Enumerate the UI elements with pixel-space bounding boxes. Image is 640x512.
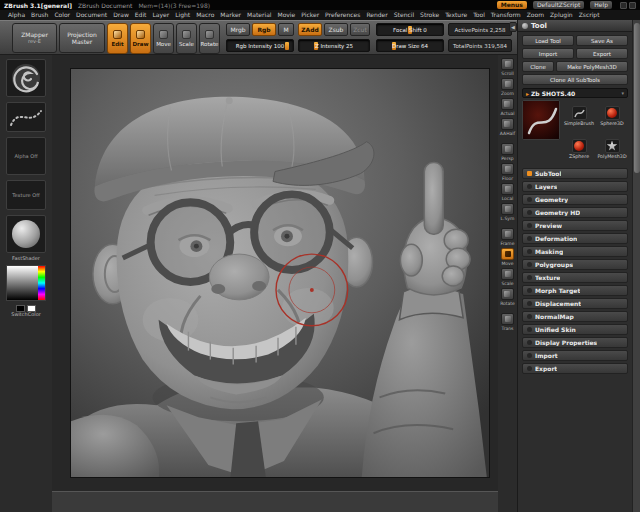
menu-item[interactable]: Draw [110,10,132,20]
rgb-button[interactable]: Rgb [252,23,276,36]
menu-item[interactable]: Material [244,10,274,20]
panel-scrollbar[interactable] [632,20,640,512]
switch-color-button[interactable]: SwitchColor [11,311,41,317]
mode-button[interactable]: Rotate [199,23,220,54]
clone-all-subtools-button[interactable]: Clone All SubTools [522,74,628,85]
sculpt-viewport[interactable] [71,69,489,477]
zmapper-button[interactable]: ZMapper rev-E [12,23,57,53]
mrgb-button[interactable]: Mrgb [226,23,250,36]
right-shelf-item[interactable]: Move [501,248,514,266]
menu-item[interactable]: Macro [193,10,217,20]
menu-item[interactable]: Light [172,10,193,20]
menu-item[interactable]: Brush [28,10,51,20]
zadd-button[interactable]: ZAdd [298,23,322,36]
menu-item[interactable]: Document [73,10,110,20]
brush-selector[interactable] [6,59,46,97]
right-shelf-item[interactable]: Scale [501,268,514,286]
menu-item[interactable]: Alpha [5,10,28,20]
color-hue-strip[interactable] [38,266,45,300]
mode-button[interactable]: Edit [107,23,128,54]
tool-item-simplebrush[interactable]: SimpleBrush [563,100,595,132]
help-button[interactable]: Help [590,1,612,9]
export-button[interactable]: Export [576,48,628,59]
window-close-icon[interactable] [629,2,636,9]
right-shelf-item[interactable]: Frame [500,228,514,246]
tool-section-header[interactable]: Geometry HD [522,207,628,218]
menu-item[interactable]: Zplugin [547,10,576,20]
focal-shift-slider[interactable]: Focal Shift 0 [376,23,444,36]
window-minimize-icon[interactable] [620,2,627,9]
import-button[interactable]: Import [522,48,574,59]
color-picker[interactable] [6,265,46,301]
menu-item[interactable]: Color [51,10,73,20]
right-shelf-item[interactable]: L.Sym [501,203,515,221]
tool-section-header[interactable]: Displacement [522,298,628,309]
zcut-button[interactable]: Zcut [350,23,370,36]
tool-item-zsphere[interactable]: ZSphere [563,133,595,165]
menu-item[interactable]: Preferences [322,10,363,20]
m-button[interactable]: M [278,23,294,36]
mode-button[interactable]: Scale [176,23,197,54]
tool-section-header[interactable]: Masking [522,246,628,257]
tool-section-header[interactable]: Unified Skin [522,324,628,335]
tool-section-header[interactable]: NormalMap [522,311,628,322]
document[interactable] [70,68,490,478]
stroke-selector[interactable] [6,102,46,132]
active-tool-thumbnail[interactable] [522,100,560,140]
tool-item-sphere3d[interactable]: Sphere3D [596,100,628,132]
menu-item[interactable]: Stencil [391,10,417,20]
tool-section-header[interactable]: Deformation [522,233,628,244]
zsub-button[interactable]: Zsub [324,23,348,36]
menu-item[interactable]: Transform [488,10,524,20]
tool-section-header[interactable]: Preview [522,220,628,231]
tool-item-polymesh3d[interactable]: PolyMesh3D [596,133,628,165]
right-shelf-item[interactable]: Actual [500,98,514,116]
save-as-button[interactable]: Save As [576,35,628,46]
mode-button[interactable]: Move [153,23,174,54]
menu-item[interactable]: Marker [217,10,244,20]
right-shelf-item[interactable]: Floor [501,163,514,181]
tool-section-header[interactable]: Geometry [522,194,628,205]
tool-section-header[interactable]: Morph Target [522,285,628,296]
material-selector[interactable] [6,215,46,253]
right-shelf-item[interactable]: Persp [501,143,514,161]
right-shelf-item[interactable]: Trans [501,313,514,331]
texture-selector[interactable]: Texture Off [6,180,46,210]
right-shelf-item[interactable]: Zoom [501,78,514,96]
tool-section-header[interactable]: Export [522,363,628,374]
alpha-selector[interactable]: Alpha Off [6,137,46,175]
projection-master-button[interactable]: Projection Master [59,23,105,53]
mode-button[interactable]: Draw [130,23,151,54]
rgb-intensity-slider[interactable]: Rgb Intensity 100 [226,39,294,52]
tool-section-header[interactable]: Display Properties [522,337,628,348]
menus-button[interactable]: Menus [497,1,527,9]
clone-button[interactable]: Clone [522,61,554,72]
tool-section-header[interactable]: Layers [522,181,628,192]
load-tool-button[interactable]: Load Tool [522,35,574,46]
menu-item[interactable]: Texture [442,10,470,20]
menu-item[interactable]: Render [363,10,390,20]
menu-item[interactable]: Layer [149,10,172,20]
tool-section-header[interactable]: Polygroups [522,259,628,270]
panel-collapse-arrow-icon[interactable]: ◀ [509,22,517,32]
make-polymesh3d-button[interactable]: Make PolyMesh3D [556,61,628,72]
right-shelf-item[interactable]: Scroll [501,58,514,76]
menu-item[interactable]: Stroke [417,10,442,20]
scrollbar-thumb[interactable] [634,23,640,173]
menu-item[interactable]: Zscript [576,10,603,20]
menu-item[interactable]: Edit [132,10,150,20]
z-intensity-slider[interactable]: Z Intensity 25 [298,39,370,52]
draw-size-slider[interactable]: Draw Size 64 [376,39,444,52]
menu-item[interactable]: Movie [274,10,298,20]
current-tool-selector[interactable]: ▸ Zb SHOTS.40 ▾ [522,88,628,98]
right-shelf-item[interactable]: Rotate [500,288,515,306]
right-shelf-item[interactable]: Local [501,183,514,201]
menu-item[interactable]: Tool [470,10,488,20]
tool-section-header[interactable]: Import [522,350,628,361]
tool-panel-header[interactable]: Tool [518,20,632,32]
menu-item[interactable]: Picker [298,10,322,20]
default-zscript-button[interactable]: DefaultZScript [533,1,584,9]
tool-section-header[interactable]: SubTool [522,168,628,179]
menu-item[interactable]: Zoom [524,10,547,20]
right-shelf-item[interactable]: AAHalf [500,118,515,136]
